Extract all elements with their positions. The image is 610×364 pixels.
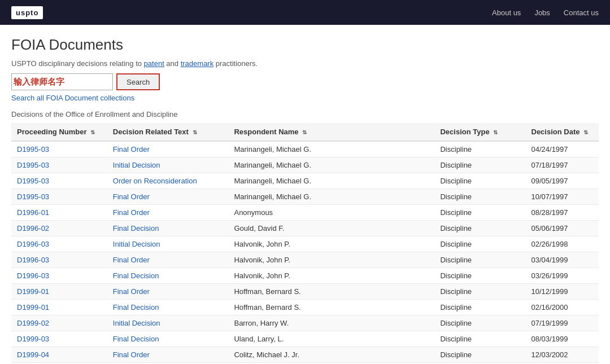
cell-proceeding: D1999-02	[11, 315, 107, 331]
nav-about-us[interactable]: About us	[492, 8, 521, 17]
proceeding-link[interactable]: D1995-03	[17, 161, 49, 169]
cell-type: Discipline	[434, 252, 525, 268]
proceeding-link[interactable]: D1999-01	[17, 303, 49, 312]
trademark-link[interactable]: trademark	[181, 59, 214, 68]
proceeding-link[interactable]: D1996-01	[17, 208, 49, 217]
proceeding-link[interactable]: D1999-02	[17, 319, 49, 327]
table-row: D1996-03Final DecisionHalvonik, John P.D…	[11, 268, 599, 284]
cell-respondent: Halvonik, John P.	[228, 268, 434, 284]
proceeding-link[interactable]: D1995-03	[17, 192, 49, 201]
proceeding-link[interactable]: D1999-03	[17, 335, 49, 343]
cell-respondent: Barron, Harry W.	[228, 315, 434, 331]
cell-date: 07/19/1999	[526, 315, 599, 331]
proceeding-link[interactable]: D1996-03	[17, 271, 49, 280]
cell-proceeding: D1995-03	[11, 157, 107, 173]
cell-respondent: Hoffman, Bernard S.	[228, 284, 434, 300]
cell-type: Discipline	[434, 141, 525, 157]
cell-respondent: Marinangeli, Michael G.	[228, 157, 434, 173]
cell-respondent: Halvonik, John P.	[228, 236, 434, 252]
cell-type: Discipline	[434, 347, 525, 363]
cell-proceeding: D1999-03	[11, 331, 107, 347]
col-header-respondent[interactable]: Respondent Name ⇅	[228, 123, 434, 141]
cell-type: Discipline	[434, 221, 525, 236]
sort-icon-proceeding: ⇅	[90, 129, 95, 135]
sort-icon-date: ⇅	[583, 129, 588, 135]
patent-link[interactable]: patent	[144, 59, 164, 68]
cell-date: 04/24/1997	[526, 141, 599, 157]
cell-decision: Initial Decision	[107, 315, 229, 331]
table-row: D1999-03Final DecisionUland, Larry, L.Di…	[11, 331, 599, 347]
cell-decision: Final Order	[107, 347, 229, 363]
cell-date: 10/07/1997	[526, 189, 599, 205]
decision-link[interactable]: Initial Decision	[113, 240, 160, 248]
table-row: D1999-01Final OrderHoffman, Bernard S.Di…	[11, 284, 599, 300]
cell-date: 05/06/1997	[526, 221, 599, 236]
cell-date: 02/26/1998	[526, 236, 599, 252]
search-input-wrapper: 输入律师名字	[11, 73, 113, 90]
cell-respondent: Gould, David F.	[228, 221, 434, 236]
cell-type: Discipline	[434, 205, 525, 221]
table-row: D1995-03Final OrderMarinangeli, Michael …	[11, 189, 599, 205]
cell-date: 08/03/1999	[526, 331, 599, 347]
cell-proceeding: D1995-03	[11, 189, 107, 205]
cell-proceeding: D1999-01	[11, 300, 107, 315]
cell-decision: Final Decision	[107, 221, 229, 236]
decision-link[interactable]: Final Decision	[113, 303, 159, 312]
cell-proceeding: D1996-01	[11, 205, 107, 221]
decision-link[interactable]: Final Order	[113, 256, 150, 264]
decision-link[interactable]: Initial Decision	[113, 319, 160, 327]
col-header-date[interactable]: Decision Date ⇅	[526, 123, 599, 141]
table-row: D1999-01Final DecisionHoffman, Bernard S…	[11, 300, 599, 315]
cell-respondent: Uland, Larry, L.	[228, 331, 434, 347]
proceeding-link[interactable]: D1999-01	[17, 287, 49, 296]
cell-date: 12/03/2002	[526, 347, 599, 363]
cell-date: 03/04/1999	[526, 252, 599, 268]
cell-date: 10/12/1999	[526, 284, 599, 300]
proceeding-link[interactable]: D1996-02	[17, 224, 49, 233]
proceeding-link[interactable]: D1995-03	[17, 145, 49, 154]
cell-type: Discipline	[434, 189, 525, 205]
cell-decision: Final Decision	[107, 300, 229, 315]
cell-decision: Final Order	[107, 205, 229, 221]
foia-collections-link[interactable]: Search all FOIA Document collections	[11, 94, 599, 102]
decision-link[interactable]: Final Order	[113, 145, 150, 154]
nav-jobs[interactable]: Jobs	[534, 8, 550, 17]
table-row: D1996-01Final OrderAnonymousDiscipline08…	[11, 205, 599, 221]
cell-proceeding: D1996-02	[11, 221, 107, 236]
table-row: D1995-03Initial DecisionMarinangeli, Mic…	[11, 157, 599, 173]
cell-respondent: Marinangeli, Michael G.	[228, 141, 434, 157]
nav-contact-us[interactable]: Contact us	[564, 8, 599, 17]
cell-decision: Final Order	[107, 252, 229, 268]
decision-link[interactable]: Final Decision	[113, 335, 159, 343]
cell-type: Discipline	[434, 236, 525, 252]
sort-icon-type: ⇅	[493, 129, 498, 135]
search-button[interactable]: Search	[116, 73, 160, 90]
cell-respondent: Halvonik, John P.	[228, 252, 434, 268]
proceeding-link[interactable]: D1999-04	[17, 350, 49, 359]
cell-respondent: Hoffman, Bernard S.	[228, 300, 434, 315]
decision-link[interactable]: Final Order	[113, 350, 150, 359]
cell-date: 03/26/1999	[526, 268, 599, 284]
site-header: uspto About us Jobs Contact us	[0, 0, 610, 25]
decision-link[interactable]: Initial Decision	[113, 161, 160, 169]
decision-link[interactable]: Final Order	[113, 287, 150, 296]
proceeding-link[interactable]: D1995-03	[17, 177, 49, 185]
cell-type: Discipline	[434, 173, 525, 189]
decision-link[interactable]: Final Decision	[113, 271, 159, 280]
decision-link[interactable]: Final Order	[113, 208, 150, 217]
proceeding-link[interactable]: D1996-03	[17, 256, 49, 264]
col-header-type[interactable]: Decision Type ⇅	[434, 123, 525, 141]
decision-link[interactable]: Final Decision	[113, 224, 159, 233]
cell-respondent: Anonymous	[228, 205, 434, 221]
search-input[interactable]	[11, 73, 113, 90]
col-header-decision[interactable]: Decision Related Text ⇅	[107, 123, 229, 141]
decisions-table: Proceeding Number ⇅ Decision Related Tex…	[11, 123, 599, 364]
page-content: FOIA Documents USPTO disciplinary decisi…	[0, 25, 610, 364]
proceeding-link[interactable]: D1996-03	[17, 240, 49, 248]
cell-respondent: Marinangeli, Michael G.	[228, 173, 434, 189]
cell-date: 08/28/1997	[526, 205, 599, 221]
cell-type: Discipline	[434, 315, 525, 331]
col-header-proceeding[interactable]: Proceeding Number ⇅	[11, 123, 107, 141]
decision-link[interactable]: Order on Reconsideration	[113, 177, 197, 185]
decision-link[interactable]: Final Order	[113, 192, 150, 201]
